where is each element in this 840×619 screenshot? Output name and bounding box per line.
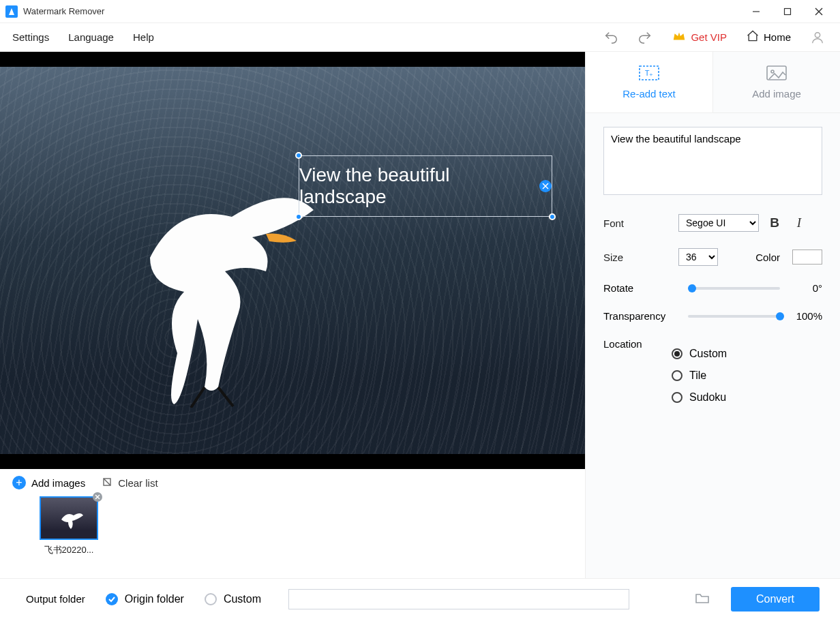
color-swatch[interactable] bbox=[792, 250, 822, 265]
radio-icon bbox=[672, 370, 682, 381]
radio-origin-folder[interactable]: Origin folder bbox=[106, 593, 184, 605]
image-icon bbox=[766, 65, 787, 82]
minimize-button[interactable] bbox=[740, 0, 772, 23]
watermark-delete-icon[interactable] bbox=[539, 180, 552, 192]
font-select[interactable]: Segoe UI bbox=[678, 214, 759, 232]
output-folder-label: Output folder bbox=[26, 593, 85, 605]
location-label: Location bbox=[603, 338, 672, 413]
rotate-slider[interactable] bbox=[688, 287, 780, 290]
browse-folder-button[interactable] bbox=[694, 590, 710, 609]
side-panel: T₊ Re-add text Add image Font Segoe UI B… bbox=[585, 52, 840, 578]
canvas-view[interactable]: View the beautiful landscape bbox=[0, 52, 585, 469]
svg-rect-1 bbox=[785, 8, 791, 14]
resize-handle-bl[interactable] bbox=[295, 213, 302, 220]
size-select[interactable]: 36 bbox=[678, 248, 718, 266]
menu-bar: Settings Language Help Get VIP Home bbox=[0, 23, 840, 52]
color-label: Color bbox=[755, 252, 780, 263]
watermark-text: View the beautiful landscape bbox=[299, 164, 539, 208]
add-images-label: Add images bbox=[31, 477, 85, 489]
custom-folder-label: Custom bbox=[224, 593, 261, 605]
radio-location-tile[interactable]: Tile bbox=[672, 369, 822, 382]
menu-language[interactable]: Language bbox=[59, 26, 123, 48]
footer-bar: Output folder Origin folder Custom Conve… bbox=[0, 578, 840, 619]
watermark-text-box[interactable]: View the beautiful landscape bbox=[299, 155, 552, 217]
check-off-icon bbox=[205, 593, 217, 605]
redo-button[interactable] bbox=[631, 23, 659, 52]
title-bar: Watermark Remover bbox=[0, 0, 840, 23]
thumbnail-remove-icon[interactable] bbox=[93, 492, 102, 502]
crown-icon bbox=[672, 29, 687, 46]
rotate-value: 0° bbox=[790, 282, 822, 294]
radio-location-sudoku[interactable]: Sudoku bbox=[672, 391, 822, 404]
account-button[interactable] bbox=[803, 23, 832, 52]
watermark-text-input[interactable] bbox=[603, 127, 822, 195]
resize-handle-tl[interactable] bbox=[295, 152, 302, 159]
text-icon: T₊ bbox=[639, 65, 659, 82]
origin-folder-label: Origin folder bbox=[125, 593, 184, 605]
thumbnail-bar: + Add images Clear list 飞书20220... bbox=[0, 469, 585, 578]
transparency-value: 100% bbox=[790, 310, 822, 322]
clear-list-button[interactable]: Clear list bbox=[102, 477, 158, 489]
radio-label: Custom bbox=[689, 348, 727, 360]
transparency-slider[interactable] bbox=[688, 315, 780, 318]
svg-point-4 bbox=[815, 32, 820, 37]
tab-image-label: Add image bbox=[752, 88, 801, 100]
resize-handle-br[interactable] bbox=[549, 213, 556, 220]
radio-label: Sudoku bbox=[689, 391, 726, 404]
size-label: Size bbox=[603, 252, 672, 263]
output-path-input[interactable] bbox=[288, 589, 629, 609]
tab-add-image[interactable]: Add image bbox=[713, 52, 840, 112]
home-label: Home bbox=[764, 31, 791, 43]
get-vip-button[interactable]: Get VIP bbox=[665, 29, 734, 46]
thumbnail-item[interactable]: 飞书20220... bbox=[40, 496, 98, 556]
svg-point-14 bbox=[771, 70, 774, 73]
plus-icon: + bbox=[12, 476, 26, 489]
image-preview: View the beautiful landscape bbox=[0, 67, 585, 454]
check-on-icon bbox=[106, 593, 118, 605]
svg-line-8 bbox=[104, 479, 110, 485]
radio-icon bbox=[672, 392, 682, 403]
clear-list-label: Clear list bbox=[118, 477, 158, 489]
thumbnail-name: 飞书20220... bbox=[40, 544, 98, 556]
bird-graphic bbox=[109, 176, 327, 408]
home-icon bbox=[746, 29, 760, 45]
svg-text:T₊: T₊ bbox=[645, 69, 654, 77]
menu-settings[interactable]: Settings bbox=[3, 26, 59, 48]
app-title: Watermark Remover bbox=[23, 6, 104, 16]
app-logo-icon bbox=[5, 5, 18, 18]
undo-button[interactable] bbox=[597, 23, 625, 52]
tab-text-label: Re-add text bbox=[622, 88, 676, 100]
transparency-label: Transparency bbox=[603, 310, 678, 322]
vip-label: Get VIP bbox=[691, 31, 727, 43]
maximize-button[interactable] bbox=[772, 0, 803, 23]
radio-label: Tile bbox=[689, 369, 706, 382]
bold-button[interactable]: B bbox=[766, 214, 783, 232]
menu-help[interactable]: Help bbox=[123, 26, 164, 48]
rotate-label: Rotate bbox=[603, 282, 678, 294]
clear-icon bbox=[102, 477, 112, 489]
radio-location-custom[interactable]: Custom bbox=[672, 348, 822, 360]
close-button[interactable] bbox=[803, 0, 835, 23]
tab-readd-text[interactable]: T₊ Re-add text bbox=[586, 52, 713, 112]
italic-button[interactable]: I bbox=[790, 214, 808, 232]
radio-icon bbox=[672, 348, 682, 359]
home-button[interactable]: Home bbox=[739, 29, 798, 45]
font-label: Font bbox=[603, 217, 672, 229]
radio-custom-folder[interactable]: Custom bbox=[205, 593, 261, 605]
thumbnail-image bbox=[40, 496, 98, 540]
convert-button[interactable]: Convert bbox=[731, 587, 820, 612]
add-images-button[interactable]: + Add images bbox=[12, 476, 85, 489]
